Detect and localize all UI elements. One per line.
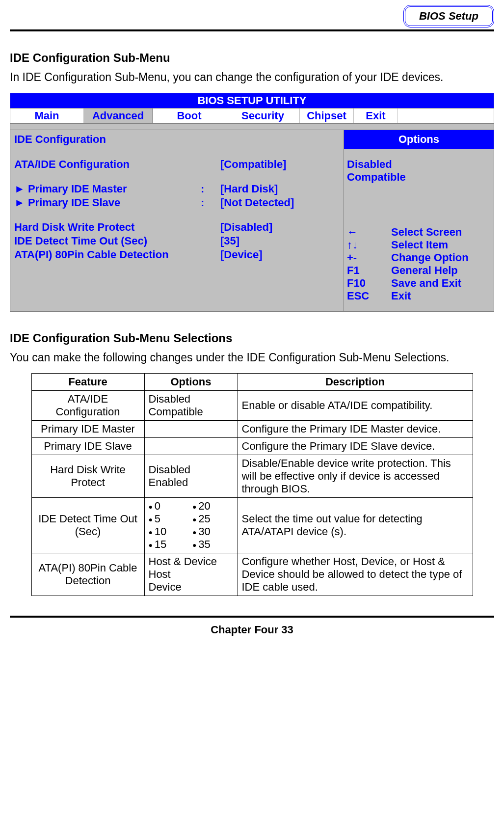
cell-feature: IDE Detect Time Out (Sec) <box>31 498 144 553</box>
section1-title: IDE Configuration Sub-Menu <box>10 51 494 65</box>
page: BIOS Setup IDE Configuration Sub-Menu In… <box>0 0 504 661</box>
cell-desc: Configure the Primary IDE Slave device. <box>238 438 473 455</box>
pim-arrow-icon: ► <box>14 183 25 195</box>
option-compatible[interactable]: Compatible <box>347 171 491 184</box>
th-feature: Feature <box>31 374 144 391</box>
ata-sep <box>201 158 220 171</box>
help-key-f10: F10 <box>347 277 391 290</box>
help-row: F10 Save and Exit <box>347 277 491 290</box>
opt: 25 <box>192 513 234 525</box>
cell-desc: Configure whether Host, Device, or Host … <box>238 553 473 596</box>
pim-label-text: Primary IDE Master <box>28 183 127 195</box>
cell-desc: Disable/Enable device write protection. … <box>238 455 473 498</box>
tab-exit[interactable]: Exit <box>354 109 398 123</box>
section2-intro: You can make the following changes under… <box>10 351 494 364</box>
help-row: ESC Exit <box>347 290 491 302</box>
section2-title: IDE Configuration Sub-Menu Selections <box>10 331 494 345</box>
help-table: ← Select Screen ↑↓ Select Item +- Change… <box>347 226 491 302</box>
pim-sep: : <box>201 183 220 195</box>
tab-spacer <box>398 109 494 123</box>
panel-left-title: IDE Configuration <box>10 130 344 149</box>
cell-options: Disabled Compatible <box>144 391 238 421</box>
help-row: ↑↓ Select Item <box>347 239 491 251</box>
hdwp-label: Hard Disk Write Protect <box>14 221 201 234</box>
cell-feature: Primary IDE Master <box>31 421 144 438</box>
opt: 35 <box>192 538 234 551</box>
ideto-val: [35] <box>220 235 239 247</box>
table-header-row: Feature Options Description <box>31 374 473 391</box>
tab-advanced[interactable]: Advanced <box>84 109 153 123</box>
table-row: Primary IDE Slave Configure the Primary … <box>31 438 473 455</box>
cell-options <box>144 421 238 438</box>
spacer <box>14 210 340 221</box>
help-desc: Select Screen <box>391 226 491 239</box>
header-bar: BIOS Setup <box>10 5 494 27</box>
tab-chipset[interactable]: Chipset <box>300 109 354 123</box>
tab-boot[interactable]: Boot <box>153 109 226 123</box>
hdwp-val: [Disabled] <box>220 221 272 234</box>
cell-options: Disabled Enabled <box>144 455 238 498</box>
row-ideto[interactable]: IDE Detect Time Out (Sec) [35] <box>14 235 340 247</box>
pis-arrow-icon: ► <box>14 196 25 209</box>
opt: Device <box>149 581 234 594</box>
bios-right-panel: Disabled Compatible ← Select Screen ↑↓ S… <box>344 149 494 311</box>
pis-val: [Not Detected] <box>220 196 294 209</box>
opt: 5 <box>149 513 190 525</box>
opt: 15 <box>149 538 190 551</box>
hdwp-sep <box>201 221 220 234</box>
cell-feature: ATA(PI) 80Pin Cable Detection <box>31 553 144 596</box>
cell-desc: Select the time out value for detecting … <box>238 498 473 553</box>
spacer <box>14 172 340 183</box>
cell-feature: Primary IDE Slave <box>31 438 144 455</box>
table-row: Primary IDE Master Configure the Primary… <box>31 421 473 438</box>
header-badge: BIOS Setup <box>403 5 494 27</box>
cell-desc: Enable or disable ATA/IDE compatibility. <box>238 391 473 421</box>
table-row: Hard Disk Write Protect Disabled Enabled… <box>31 455 473 498</box>
bios-body: ATA/IDE Configuration [Compatible] ► Pri… <box>10 149 494 311</box>
cell-feature: Hard Disk Write Protect <box>31 455 144 498</box>
options-list: Disabled Compatible <box>347 158 491 184</box>
help-key-updown-icon: ↑↓ <box>347 239 391 251</box>
cell-feature: ATA/IDE Configuration <box>31 391 144 421</box>
footer: Chapter Four 33 <box>10 624 494 646</box>
tab-security[interactable]: Security <box>226 109 300 123</box>
th-options: Options <box>144 374 238 391</box>
tab-main[interactable]: Main <box>10 109 84 123</box>
table-row: ATA/IDE Configuration Disabled Compatibl… <box>31 391 473 421</box>
help-desc: Select Item <box>391 239 491 251</box>
pis-sep: : <box>201 196 220 209</box>
top-rule <box>10 29 494 31</box>
bios-box: BIOS SETUP UTILITY Main Advanced Boot Se… <box>10 93 494 312</box>
opt: Host & Device <box>149 555 234 568</box>
atapi-label: ATA(PI) 80Pin Cable Detection <box>14 248 201 261</box>
row-atapi[interactable]: ATA(PI) 80Pin Cable Detection [Device] <box>14 248 340 261</box>
pis-label-text: Primary IDE Slave <box>28 196 120 209</box>
cell-options: 0 20 5 25 10 30 15 35 <box>144 498 238 553</box>
selections-table: Feature Options Description ATA/IDE Conf… <box>31 373 473 596</box>
table-row: ATA(PI) 80Pin Cable Detection Host & Dev… <box>31 553 473 596</box>
bios-left-panel: ATA/IDE Configuration [Compatible] ► Pri… <box>10 149 344 311</box>
pim-label: ► Primary IDE Master <box>14 183 201 195</box>
ata-val: [Compatible] <box>220 158 286 171</box>
help-desc: General Help <box>391 264 491 277</box>
row-primary-ide-master[interactable]: ► Primary IDE Master : [Hard Disk] <box>14 183 340 195</box>
opt: 10 <box>149 525 190 538</box>
help-row: F1 General Help <box>347 264 491 277</box>
option-disabled[interactable]: Disabled <box>347 158 491 171</box>
ata-label: ATA/IDE Configuration <box>14 158 201 171</box>
help-key-f1: F1 <box>347 264 391 277</box>
row-hdwp[interactable]: Hard Disk Write Protect [Disabled] <box>14 221 340 234</box>
panel-right-title: Options <box>344 130 494 149</box>
table-row: IDE Detect Time Out (Sec) 0 20 5 25 10 3… <box>31 498 473 553</box>
cell-desc: Configure the Primary IDE Master device. <box>238 421 473 438</box>
help-row: +- Change Option <box>347 251 491 264</box>
opt: 0 <box>149 500 190 513</box>
row-primary-ide-slave[interactable]: ► Primary IDE Slave : [Not Detected] <box>14 196 340 209</box>
cell-options: Host & Device Host Device <box>144 553 238 596</box>
gray-strip <box>10 123 494 130</box>
bottom-rule <box>10 616 494 618</box>
help-key-esc: ESC <box>347 290 391 302</box>
row-ata[interactable]: ATA/IDE Configuration [Compatible] <box>14 158 340 171</box>
pim-val: [Hard Disk] <box>220 183 278 195</box>
opt: Enabled <box>149 476 234 489</box>
